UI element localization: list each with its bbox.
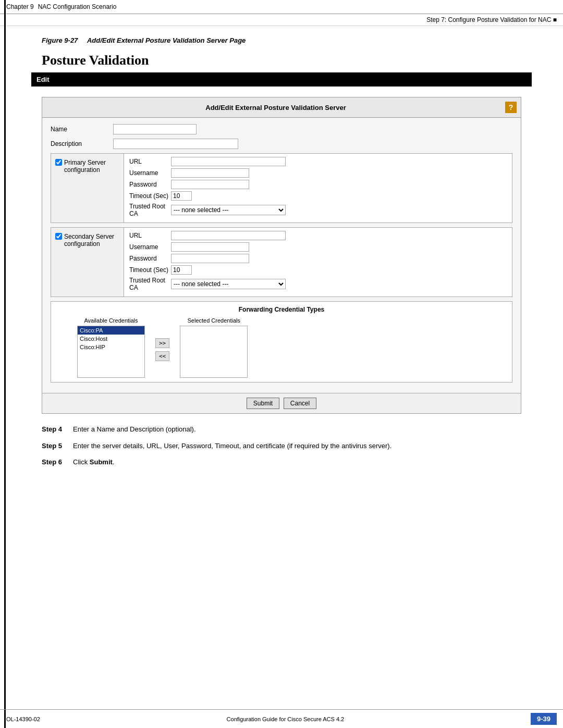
credential-item-cisco-host[interactable]: Cisco:Host <box>78 335 144 343</box>
primary-url-row: URL <box>129 157 507 166</box>
primary-trusted-select[interactable]: --- none selected --- <box>171 205 286 215</box>
selected-credentials-list[interactable] <box>180 326 248 378</box>
step-5-row: Step 5 Enter the server details, URL, Us… <box>42 441 521 451</box>
credential-item-cisco-hip[interactable]: Cisco:HIP <box>78 343 144 351</box>
selected-credentials-header: Selected Credentials <box>180 317 248 324</box>
secondary-password-label: Password <box>129 255 171 262</box>
description-label: Description <box>51 140 113 147</box>
description-row: Description <box>51 139 512 149</box>
edit-bar: Edit <box>31 72 532 87</box>
primary-server-checkbox[interactable] <box>55 159 62 166</box>
step-header-text: Step 7: Configure Posture Validation for… <box>426 16 551 23</box>
figure-caption-text: Add/Edit External Posture Validation Ser… <box>87 36 246 44</box>
secondary-password-row: Password <box>129 254 507 263</box>
footer-right: Configuration Guide for Cisco Secure ACS… <box>227 716 345 722</box>
add-credential-button[interactable]: >> <box>155 338 169 348</box>
secondary-server-label: Secondary Server configuration <box>64 233 119 248</box>
available-credentials-col: Available Credentials Cisco:PA Cisco:Hos… <box>77 317 145 378</box>
step-5-text: Enter the server details, URL, User, Pas… <box>73 441 521 451</box>
step-6-label: Step 6 <box>42 457 73 467</box>
step-6-text: Click Submit. <box>73 457 521 467</box>
secondary-server-fields: URL Username Password Timeout (Sec) <box>124 228 512 297</box>
primary-url-label: URL <box>129 158 171 165</box>
secondary-timeout-input[interactable] <box>171 265 192 275</box>
secondary-url-row: URL <box>129 231 507 240</box>
secondary-timeout-label: Timeout (Sec) <box>129 266 171 274</box>
step-4-text: Enter a Name and Description (optional). <box>73 424 521 435</box>
top-header: Chapter 9 NAC Configuration Scenario <box>0 0 563 14</box>
chapter-number: Chapter 9 <box>6 3 34 10</box>
primary-server-label-col: Primary Server configuration <box>51 154 124 223</box>
step-6-row: Step 6 Click Submit. <box>42 457 521 467</box>
primary-server-section: Primary Server configuration URL Usernam… <box>51 153 512 223</box>
available-credentials-header: Available Credentials <box>77 317 145 324</box>
secondary-trusted-row: Trusted Root CA --- none selected --- <box>129 277 507 291</box>
secondary-trusted-select[interactable]: --- none selected --- <box>171 279 286 289</box>
transfer-buttons: >> << <box>155 317 169 361</box>
steps-section: Step 4 Enter a Name and Description (opt… <box>42 424 521 467</box>
figure-number: Figure 9-27 <box>42 36 78 44</box>
help-icon[interactable]: ? <box>505 102 517 113</box>
secondary-password-input[interactable] <box>171 254 249 263</box>
figure-caption: Figure 9-27 Add/Edit External Posture Va… <box>42 36 532 44</box>
cancel-button[interactable]: Cancel <box>284 398 316 409</box>
primary-password-row: Password <box>129 180 507 189</box>
description-input[interactable] <box>113 139 238 149</box>
credentials-section: Forwarding Credential Types Available Cr… <box>51 301 512 382</box>
form-footer: Submit Cancel <box>42 393 521 413</box>
chapter-title: NAC Configuration Scenario <box>38 3 117 10</box>
available-credentials-list[interactable]: Cisco:PA Cisco:Host Cisco:HIP <box>77 326 145 378</box>
form-body: Name Description Primary Server configur… <box>42 118 521 393</box>
secondary-server-section: Secondary Server configuration URL Usern… <box>51 227 512 297</box>
primary-password-label: Password <box>129 181 171 188</box>
secondary-trusted-label: Trusted Root CA <box>129 277 171 291</box>
primary-timeout-input[interactable] <box>171 191 192 201</box>
primary-username-input[interactable] <box>171 168 249 178</box>
primary-server-fields: URL Username Password Timeout (Sec) <box>124 154 512 223</box>
name-input[interactable] <box>113 124 197 134</box>
primary-url-input[interactable] <box>171 157 286 166</box>
form-header: Add/Edit External Posture Validation Ser… <box>42 97 521 118</box>
step-header: Step 7: Configure Posture Validation for… <box>0 14 563 26</box>
bottom-bar: OL-14390-02 Configuration Guide for Cisc… <box>0 709 563 728</box>
page-number: 9-39 <box>531 713 557 725</box>
step-4-row: Step 4 Enter a Name and Description (opt… <box>42 424 521 435</box>
credentials-body: Available Credentials Cisco:PA Cisco:Hos… <box>56 317 507 378</box>
selected-credentials-col: Selected Credentials <box>180 317 248 378</box>
secondary-username-label: Username <box>129 243 171 251</box>
secondary-url-input[interactable] <box>171 231 286 240</box>
main-content: Figure 9-27 Add/Edit External Posture Va… <box>0 26 563 484</box>
page-title: Posture Validation <box>42 53 532 68</box>
secondary-username-input[interactable] <box>171 242 249 252</box>
primary-trusted-label: Trusted Root CA <box>129 203 171 217</box>
credential-item-cisco-pa[interactable]: Cisco:PA <box>78 326 144 335</box>
primary-timeout-row: Timeout (Sec) <box>129 191 507 201</box>
primary-password-input[interactable] <box>171 180 249 189</box>
name-row: Name <box>51 124 512 134</box>
form-container: Add/Edit External Posture Validation Ser… <box>42 97 521 414</box>
secondary-url-label: URL <box>129 232 171 239</box>
left-rule <box>4 0 6 728</box>
primary-username-label: Username <box>129 169 171 177</box>
form-header-title: Add/Edit External Posture Validation Ser… <box>46 104 505 112</box>
remove-credential-button[interactable]: << <box>155 351 169 361</box>
footer-left: OL-14390-02 <box>6 716 40 722</box>
secondary-timeout-row: Timeout (Sec) <box>129 265 507 275</box>
secondary-username-row: Username <box>129 242 507 252</box>
primary-server-label: Primary Server configuration <box>64 159 119 174</box>
edit-bar-label: Edit <box>36 76 50 83</box>
step-4-label: Step 4 <box>42 424 73 435</box>
secondary-server-checkbox[interactable] <box>55 233 62 240</box>
secondary-server-label-col: Secondary Server configuration <box>51 228 124 297</box>
primary-username-row: Username <box>129 168 507 178</box>
submit-button[interactable]: Submit <box>247 398 279 409</box>
step-5-label: Step 5 <box>42 441 73 451</box>
primary-trusted-row: Trusted Root CA --- none selected --- <box>129 203 507 217</box>
credentials-title: Forwarding Credential Types <box>56 306 507 313</box>
name-label: Name <box>51 126 113 133</box>
primary-timeout-label: Timeout (Sec) <box>129 192 171 200</box>
